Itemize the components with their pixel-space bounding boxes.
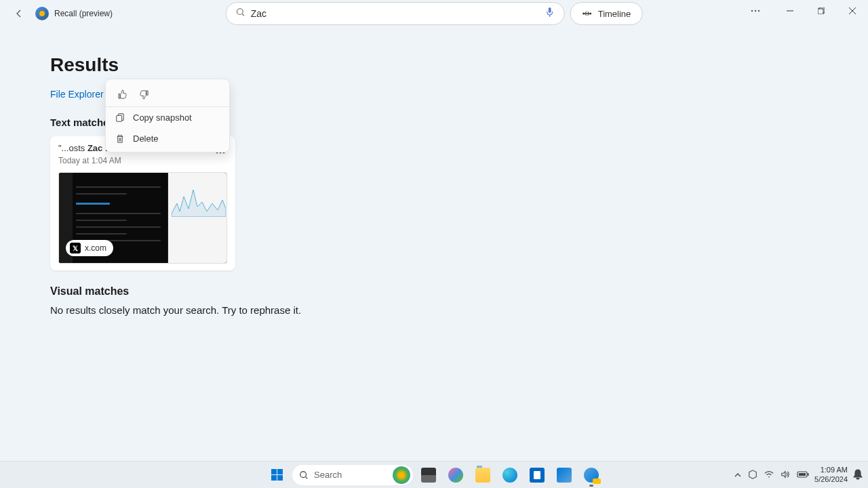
- taskbar-center: Search: [264, 463, 604, 487]
- app-title: Recall (preview): [54, 9, 113, 18]
- minimize-button[interactable]: [774, 0, 806, 22]
- visual-matches-title: Visual matches: [50, 285, 818, 298]
- datetime[interactable]: 1:09 AM 5/26/2024: [814, 466, 848, 483]
- recall-taskbar-button[interactable]: [579, 463, 604, 487]
- battery-icon[interactable]: [797, 471, 809, 479]
- clock-time: 1:09 AM: [814, 466, 848, 474]
- svg-point-7: [755, 10, 756, 12]
- tray-app-icon[interactable]: [748, 470, 757, 481]
- svg-rect-21: [799, 473, 806, 476]
- svg-point-17: [300, 471, 307, 477]
- delete-item[interactable]: Delete: [106, 128, 229, 149]
- searchbar-container: Timeline: [226, 2, 643, 25]
- window-controls: [742, 0, 868, 22]
- copy-icon: [115, 113, 125, 123]
- timeline-label: Timeline: [598, 9, 631, 19]
- delete-label: Delete: [133, 134, 159, 144]
- svg-line-18: [306, 476, 308, 479]
- svg-rect-2: [549, 7, 551, 13]
- thumbs-down-icon: [139, 89, 149, 100]
- context-menu: Copy snapshot Delete: [105, 79, 230, 152]
- task-view-button[interactable]: [416, 463, 441, 487]
- app-icon: [35, 7, 49, 20]
- wifi-icon[interactable]: [764, 470, 774, 480]
- folder-icon: [475, 468, 490, 483]
- timeline-icon: [582, 10, 593, 17]
- titlebar: Recall (preview) Timeline: [0, 0, 868, 27]
- file-explorer-button[interactable]: [471, 463, 495, 487]
- taskbar: Search 1:09 AM 5/26/2024: [0, 461, 868, 488]
- more-icon: [751, 9, 760, 12]
- feedback-row: [106, 82, 229, 107]
- notifications-button[interactable]: [853, 469, 863, 481]
- close-button[interactable]: [837, 0, 868, 22]
- main-content: Results File Explorer res Text matche ".…: [0, 27, 868, 316]
- edge-button[interactable]: [498, 463, 522, 487]
- taskbar-search-placeholder: Search: [314, 470, 342, 480]
- taskbar-search[interactable]: Search: [292, 464, 414, 486]
- photos-button[interactable]: [552, 463, 576, 487]
- tray-overflow-button[interactable]: [734, 471, 741, 479]
- result-card[interactable]: "...osts Zac Bowden & @zacbowden . ..." …: [50, 136, 235, 270]
- svg-line-1: [242, 14, 244, 16]
- thumbs-up-button[interactable]: [114, 86, 130, 102]
- windows-logo-icon: [271, 469, 283, 481]
- svg-rect-22: [808, 473, 809, 476]
- back-button[interactable]: [8, 3, 30, 24]
- source-pill: 𝕏 x.com: [66, 240, 113, 256]
- timeline-button[interactable]: Timeline: [570, 2, 643, 25]
- thumbs-up-icon: [117, 89, 127, 100]
- chevron-up-icon: [734, 472, 741, 478]
- svg-point-0: [237, 9, 243, 15]
- photos-icon: [557, 468, 572, 483]
- svg-point-8: [758, 10, 760, 12]
- search-icon: [299, 470, 309, 480]
- source-label: x.com: [85, 243, 106, 253]
- search-highlight-icon: [393, 466, 410, 484]
- maximize-button[interactable]: [806, 0, 837, 22]
- store-icon: [530, 468, 545, 483]
- mic-icon[interactable]: [545, 7, 555, 20]
- search-bar[interactable]: [226, 2, 565, 25]
- result-timestamp: Today at 1:04 AM: [58, 156, 227, 165]
- minimize-icon: [787, 7, 793, 14]
- bell-icon: [853, 469, 863, 480]
- trash-icon: [115, 134, 125, 144]
- svg-point-19: [768, 476, 770, 477]
- svg-point-6: [751, 10, 753, 12]
- more-options-button[interactable]: [742, 0, 769, 22]
- edge-icon: [502, 468, 517, 483]
- snapshot-thumbnail[interactable]: 𝕏 x.com: [58, 172, 227, 264]
- thumbs-down-button[interactable]: [136, 86, 152, 102]
- x-logo-icon: 𝕏: [70, 243, 81, 253]
- close-icon: [849, 7, 856, 14]
- recall-icon: [584, 468, 599, 483]
- no-results-text: No results closely match your search. Tr…: [50, 304, 818, 316]
- svg-rect-16: [117, 115, 122, 121]
- copilot-button[interactable]: [443, 463, 468, 487]
- copilot-icon: [448, 468, 463, 483]
- volume-icon[interactable]: [781, 470, 790, 480]
- store-button[interactable]: [525, 463, 549, 487]
- clock-date: 5/26/2024: [814, 475, 848, 484]
- start-button[interactable]: [264, 463, 289, 487]
- svg-point-3: [583, 13, 585, 15]
- search-icon: [236, 7, 245, 20]
- results-title: Results: [50, 54, 818, 76]
- back-arrow-icon: [14, 8, 24, 19]
- system-tray: 1:09 AM 5/26/2024: [734, 466, 863, 483]
- task-view-icon: [421, 468, 436, 483]
- svg-rect-10: [818, 9, 823, 14]
- svg-point-4: [589, 13, 591, 15]
- maximize-icon: [818, 7, 825, 14]
- copy-snapshot-item[interactable]: Copy snapshot: [106, 107, 229, 128]
- copy-label: Copy snapshot: [133, 113, 192, 123]
- search-input[interactable]: [251, 8, 545, 19]
